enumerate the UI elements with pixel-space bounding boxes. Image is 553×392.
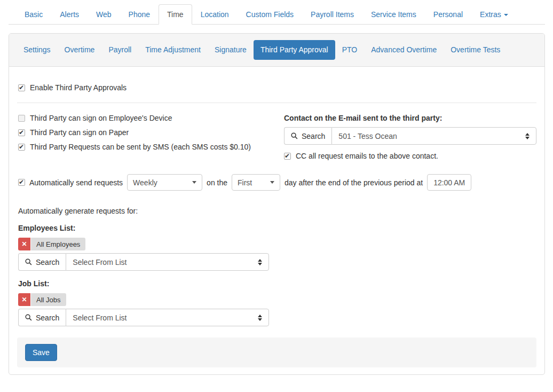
- enable-third-party-approvals-row[interactable]: Enable Third Party Approvals: [18, 83, 536, 92]
- checkbox-checked-icon[interactable]: [18, 129, 25, 136]
- employees-select-placeholder: Select From List: [73, 258, 127, 266]
- generate-requests-heading: Automatically generate requests for:: [18, 207, 536, 215]
- caret-down-icon: [192, 181, 196, 184]
- tab-payroll-items[interactable]: Payroll Items: [302, 4, 362, 25]
- subtab-settings[interactable]: Settings: [17, 40, 58, 60]
- jobs-search-button[interactable]: Search: [18, 309, 66, 326]
- employees-list-heading: Employees List:: [18, 224, 536, 232]
- auto-send-label: Automatically send requests: [29, 178, 123, 187]
- subtab-signature[interactable]: Signature: [208, 40, 254, 60]
- jobs-select-group: Search Select From List: [18, 309, 269, 326]
- subtab-overtime[interactable]: Overtime: [58, 40, 102, 60]
- caret-down-icon: [270, 181, 274, 184]
- frequency-select[interactable]: Weekly: [127, 174, 202, 191]
- select-arrows-icon: [258, 259, 262, 265]
- search-icon: [25, 258, 32, 265]
- tab-personal[interactable]: Personal: [425, 4, 471, 25]
- employees-select[interactable]: Select From List: [66, 253, 269, 271]
- all-jobs-tag: ✕ All Jobs: [18, 293, 66, 306]
- subtab-overtime-tests[interactable]: Overtime Tests: [444, 40, 507, 60]
- third-party-approval-form: Enable Third Party Approvals Third Party…: [9, 67, 544, 326]
- cc-emails-row[interactable]: CC all request emails to the above conta…: [284, 152, 536, 160]
- checkbox-checked-icon[interactable]: [18, 179, 25, 186]
- tab-extras-label: Extras: [480, 10, 501, 19]
- contact-heading: Contact on the E-mail sent to the third …: [284, 114, 536, 122]
- contact-selected-value: 501 - Tess Ocean: [338, 132, 397, 140]
- tab-extras-dropdown[interactable]: Extras: [471, 4, 517, 25]
- tab-time[interactable]: Time: [159, 4, 192, 25]
- contact-column: Contact on the E-mail sent to the third …: [284, 114, 536, 160]
- subtab-time-adjustment[interactable]: Time Adjustment: [138, 40, 208, 60]
- main-tab-bar: Basic Alerts Web Phone Time Location Cus…: [9, 4, 545, 25]
- subtab-third-party-approval[interactable]: Third Party Approval: [254, 40, 335, 60]
- subtab-advanced-overtime[interactable]: Advanced Overtime: [364, 40, 444, 60]
- send-time-input[interactable]: [427, 174, 471, 191]
- sub-tab-bar: Settings Overtime Payroll Time Adjustmen…: [9, 34, 544, 67]
- select-arrows-icon: [258, 315, 262, 321]
- tab-service-items[interactable]: Service Items: [362, 4, 425, 25]
- tab-location[interactable]: Location: [192, 4, 238, 25]
- jobs-search-label: Search: [36, 313, 59, 322]
- subtab-pto[interactable]: PTO: [335, 40, 365, 60]
- tab-alerts[interactable]: Alerts: [51, 4, 88, 25]
- save-button[interactable]: Save: [25, 344, 57, 361]
- employees-search-label: Search: [36, 258, 59, 266]
- time-settings-panel: Settings Overtime Payroll Time Adjustmen…: [9, 33, 545, 375]
- divider: [17, 103, 536, 103]
- tab-basic[interactable]: Basic: [16, 4, 51, 25]
- auto-send-suffix-text: day after the end of the previous period…: [285, 178, 423, 187]
- sign-on-paper-row[interactable]: Third Party can sign on Paper: [18, 128, 284, 137]
- remove-icon[interactable]: ✕: [18, 293, 31, 306]
- send-by-sms-label: Third Party Requests can be sent by SMS …: [30, 143, 251, 151]
- jobs-select-placeholder: Select From List: [73, 313, 127, 322]
- remove-icon[interactable]: ✕: [18, 238, 31, 250]
- contact-select[interactable]: 501 - Tess Ocean: [331, 127, 536, 145]
- caret-down-icon: [504, 14, 508, 16]
- all-employees-tag: ✕ All Employees: [18, 238, 85, 250]
- checkbox-checked-icon[interactable]: [284, 153, 291, 160]
- cc-emails-label: CC all request emails to the above conta…: [296, 152, 438, 160]
- employees-search-button[interactable]: Search: [18, 253, 66, 271]
- sign-options-column: Third Party can sign on Employee's Devic…: [17, 114, 284, 160]
- ordinal-selected-value: First: [238, 178, 252, 187]
- auto-send-middle-text: on the: [207, 178, 227, 187]
- sign-on-paper-label: Third Party can sign on Paper: [30, 128, 129, 137]
- tab-web[interactable]: Web: [88, 4, 120, 25]
- frequency-selected-value: Weekly: [133, 178, 157, 187]
- ordinal-day-select[interactable]: First: [232, 174, 280, 191]
- checkbox-checked-icon[interactable]: [18, 144, 25, 151]
- contact-search-button[interactable]: Search: [284, 127, 331, 145]
- checkbox-checked-icon[interactable]: [18, 84, 25, 91]
- checkbox-unchecked-icon[interactable]: [18, 115, 25, 122]
- all-jobs-tag-label: All Jobs: [31, 293, 66, 306]
- sign-on-employees-device-label: Third Party can sign on Employee's Devic…: [30, 114, 172, 122]
- all-employees-tag-label: All Employees: [31, 238, 85, 250]
- save-section: Save: [17, 338, 536, 367]
- jobs-select[interactable]: Select From List: [66, 309, 269, 326]
- contact-select-group: Search 501 - Tess Ocean: [284, 127, 536, 145]
- select-arrows-icon: [525, 133, 530, 139]
- enable-third-party-approvals-label: Enable Third Party Approvals: [30, 83, 127, 92]
- job-list-heading: Job List:: [18, 279, 536, 288]
- subtab-payroll[interactable]: Payroll: [101, 40, 138, 60]
- auto-send-row: Automatically send requests Weekly on th…: [18, 174, 536, 191]
- employees-select-group: Search Select From List: [18, 253, 269, 271]
- contact-search-label: Search: [302, 132, 325, 140]
- tab-custom-fields[interactable]: Custom Fields: [238, 4, 302, 25]
- search-icon: [291, 132, 298, 139]
- search-icon: [25, 314, 32, 321]
- sign-on-employees-device-row[interactable]: Third Party can sign on Employee's Devic…: [18, 114, 284, 122]
- send-by-sms-row[interactable]: Third Party Requests can be sent by SMS …: [18, 143, 284, 151]
- tab-phone[interactable]: Phone: [120, 4, 159, 25]
